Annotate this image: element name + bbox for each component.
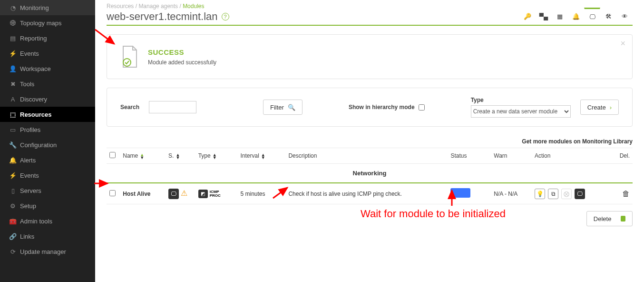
bolt-icon: ⚡ bbox=[6, 50, 20, 57]
tab-search-icon[interactable]: 🔑 bbox=[519, 8, 536, 25]
bolt-icon: ⚡ bbox=[6, 172, 20, 179]
tab-network-icon[interactable]: ▀▄ bbox=[536, 8, 552, 25]
breadcrumb: Resources / Manage agents / Modules bbox=[107, 3, 229, 10]
row-actions: 💡 ⧉ ⨂ 🖵 bbox=[535, 189, 601, 199]
sidebar-item-discovery[interactable]: ADiscovery bbox=[0, 91, 95, 107]
sidebar-item-label: Reporting bbox=[20, 35, 47, 42]
globe-icon: 🌐︎ bbox=[6, 20, 20, 27]
sort-icon[interactable]: ▲▼ bbox=[176, 153, 180, 159]
sidebar-item-label: Servers bbox=[20, 187, 41, 194]
filter-button[interactable]: Filter🔍 bbox=[263, 100, 302, 115]
sidebar-item-links[interactable]: 🔗Links bbox=[0, 229, 95, 244]
row-interval: 5 minutes bbox=[237, 183, 285, 204]
more-modules-link-row: Get more modules on Monitoring Library bbox=[107, 138, 633, 145]
svg-point-0 bbox=[123, 59, 131, 66]
sidebar-item-label: Links bbox=[20, 233, 34, 240]
col-type[interactable]: Type bbox=[198, 152, 211, 159]
wrench-icon: 🔧 bbox=[6, 141, 20, 149]
delete-button[interactable]: Delete bbox=[586, 211, 633, 226]
topbar: Resources / Manage agents / Modules web-… bbox=[107, 0, 633, 26]
sidebar-item-label: Configuration bbox=[20, 141, 57, 149]
row-warn: N/A - N/A bbox=[491, 183, 532, 204]
breadcrumb-item[interactable]: Manage agents bbox=[138, 3, 178, 10]
sidebar-item-workspace[interactable]: 👤Workspace bbox=[0, 61, 95, 76]
trash-icon bbox=[621, 216, 625, 222]
hierarchy-label: Show in hierarchy mode bbox=[349, 104, 415, 111]
gauge-icon: ◔ bbox=[6, 4, 20, 11]
row-checkbox[interactable] bbox=[109, 190, 116, 196]
copy-icon[interactable]: ⧉ bbox=[548, 189, 558, 199]
col-interval[interactable]: Interval bbox=[240, 152, 259, 159]
tab-alert-icon[interactable]: 🔔 bbox=[568, 8, 584, 25]
delete-row-icon[interactable]: 🗑 bbox=[622, 190, 630, 198]
col-name[interactable]: Name bbox=[123, 152, 138, 159]
create-button[interactable]: Create› bbox=[580, 100, 619, 115]
sidebar-item-events-2[interactable]: ⚡Events bbox=[0, 168, 95, 183]
sidebar-item-monitoring[interactable]: ◔Monitoring bbox=[0, 0, 95, 15]
col-s[interactable]: S. bbox=[168, 152, 174, 159]
col-warn: Warn bbox=[491, 148, 532, 164]
success-card: × SUCCESS Module added successfully bbox=[107, 34, 633, 79]
tab-tools-icon[interactable]: 🛠 bbox=[600, 8, 616, 25]
bell-icon: 🔔 bbox=[6, 157, 20, 164]
tab-module-icon[interactable]: ▦ bbox=[552, 8, 568, 25]
create-button-label: Create bbox=[587, 104, 606, 111]
main: Resources / Manage agents / Modules web-… bbox=[95, 0, 644, 226]
sidebar-item-alerts[interactable]: 🔔Alerts bbox=[0, 152, 95, 168]
sidebar-item-events-1[interactable]: ⚡Events bbox=[0, 46, 95, 61]
filter-bar: Search Filter🔍 Show in hierarchy mode Ty… bbox=[107, 88, 633, 127]
status-indicator bbox=[450, 188, 470, 198]
select-all-checkbox[interactable] bbox=[109, 152, 116, 158]
breadcrumb-item-active[interactable]: Modules bbox=[183, 3, 204, 10]
sidebar-item-servers[interactable]: ▯Servers bbox=[0, 183, 95, 198]
icmp-type-icon: ◩ICMPPROC bbox=[198, 190, 221, 198]
sidebar-item-configuration[interactable]: 🔧Configuration bbox=[0, 137, 95, 152]
table-row: Host Alive 🖵⚠ ◩ICMPPROC 5 minutes Check … bbox=[107, 183, 633, 204]
sidebar-item-label: Setup bbox=[20, 202, 36, 210]
help-icon[interactable]: ? bbox=[222, 13, 229, 20]
chevron-right-icon: › bbox=[610, 104, 612, 111]
sidebar-item-tools[interactable]: ✖Tools bbox=[0, 76, 95, 91]
success-title: SUCCESS bbox=[148, 48, 216, 56]
disabled-action-icon: ⨂ bbox=[561, 189, 572, 199]
view-icon[interactable]: 🖵 bbox=[575, 189, 585, 199]
search-label: Search bbox=[120, 104, 139, 111]
sort-icon[interactable]: ▲▼ bbox=[213, 153, 217, 159]
type-select[interactable]: Create a new data server module bbox=[471, 105, 571, 118]
row-name[interactable]: Host Alive bbox=[120, 183, 166, 204]
server-type-icon: 🖵 bbox=[168, 189, 179, 199]
tip-icon[interactable]: 💡 bbox=[535, 189, 545, 199]
sidebar-item-update-manager[interactable]: ⟳Update manager bbox=[0, 244, 95, 259]
tab-monitor-icon[interactable]: 🖵 bbox=[584, 8, 600, 25]
sidebar-item-admin-tools[interactable]: 🧰Admin tools bbox=[0, 213, 95, 229]
search-input[interactable] bbox=[149, 101, 196, 113]
sidebar-item-profiles[interactable]: ▭Profiles bbox=[0, 122, 95, 137]
sidebar-item-reporting[interactable]: ▤Reporting bbox=[0, 30, 95, 46]
sidebar-item-topology[interactable]: 🌐︎Topology maps bbox=[0, 15, 95, 30]
sidebar-item-setup[interactable]: ⚙Setup bbox=[0, 198, 95, 213]
col-del: Del. bbox=[604, 148, 633, 164]
sidebar-item-resources[interactable]: ⬚Resources bbox=[0, 107, 95, 122]
sort-icon[interactable]: ▲▼ bbox=[261, 153, 265, 159]
modules-table: Name▲▼ S.▲▼ Type▲▼ Interval▲▼ Descriptio… bbox=[107, 148, 633, 204]
warning-icon: ⚠ bbox=[181, 189, 187, 197]
sidebar-item-label: Events bbox=[20, 50, 39, 57]
page-title: web-server1.tecmint.lan ? bbox=[107, 10, 229, 23]
tools-icon: ✖ bbox=[6, 81, 20, 88]
profiles-icon: ▭ bbox=[6, 126, 20, 133]
hierarchy-checkbox[interactable] bbox=[419, 104, 425, 111]
sidebar: ◔Monitoring 🌐︎Topology maps ▤Reporting ⚡… bbox=[0, 0, 95, 282]
tab-view-icon[interactable]: 👁 bbox=[616, 8, 633, 25]
type-label: Type bbox=[471, 97, 571, 103]
delete-button-label: Delete bbox=[594, 215, 612, 222]
search-icon: 🔍 bbox=[288, 104, 295, 111]
sort-icon[interactable]: ▲▼ bbox=[140, 153, 144, 159]
close-icon[interactable]: × bbox=[620, 39, 625, 49]
page-title-text: web-server1.tecmint.lan bbox=[107, 10, 218, 23]
annotation-text: Wait for module to be initialized bbox=[361, 208, 506, 220]
more-modules-link[interactable]: Get more modules on Monitoring Library bbox=[522, 138, 633, 145]
sidebar-item-label: Alerts bbox=[20, 157, 36, 164]
sidebar-item-label: Admin tools bbox=[20, 218, 52, 225]
tab-icons: 🔑 ▀▄ ▦ 🔔 🖵 🛠 👁 bbox=[519, 8, 633, 25]
breadcrumb-item[interactable]: Resources bbox=[107, 3, 134, 10]
